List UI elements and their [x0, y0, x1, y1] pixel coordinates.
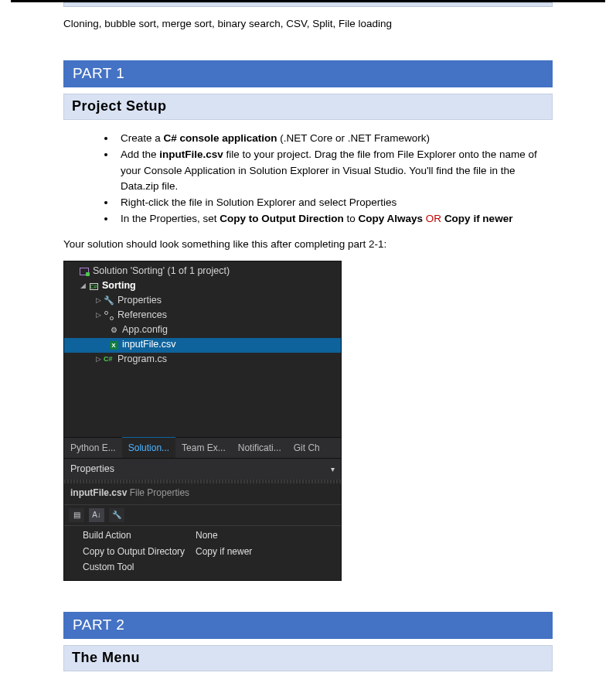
property-key: Custom Tool	[64, 560, 196, 575]
tab-team[interactable]: Team Ex...	[175, 438, 232, 459]
property-value[interactable]: None	[196, 528, 218, 543]
property-row[interactable]: Custom Tool	[64, 559, 341, 575]
instruction-item: Create a C# console application (.NET Co…	[116, 131, 553, 146]
text: Create a	[121, 132, 164, 144]
text-bold: C# console application	[164, 132, 277, 144]
properties-title: Properties	[70, 462, 114, 476]
property-value[interactable]: Copy if newer	[196, 545, 252, 559]
references-icon	[103, 310, 115, 321]
excel-icon: X	[107, 340, 120, 350]
project-setup-bar: Project Setup	[63, 94, 553, 120]
instruction-item: In the Properties, set Copy to Output Di…	[116, 211, 553, 227]
node-label: Program.cs	[117, 352, 167, 367]
csharp-project-icon: C#	[87, 281, 100, 292]
property-key: Copy to Output Directory	[64, 545, 196, 559]
node-label: App.config	[122, 323, 168, 337]
tab-solution[interactable]: Solution...	[122, 437, 175, 459]
chevron-down-icon[interactable]: ▾	[331, 463, 335, 476]
solution-label: Solution 'Sorting' (1 of 1 project)	[93, 264, 230, 278]
properties-node[interactable]: ▷ 🔧 Properties	[64, 294, 341, 309]
instruction-item: Add the inputFile.csv file to your proje…	[116, 147, 553, 194]
solution-tree: Solution 'Sorting' (1 of 1 project) ◢ C#…	[64, 261, 341, 437]
expand-icon[interactable]: ▷	[94, 354, 103, 365]
topics-covered-header: Topics Covered	[63, 2, 553, 7]
tab-python[interactable]: Python E...	[64, 438, 122, 459]
panel-tabs: Python E... Solution... Team Ex... Notif…	[64, 437, 341, 459]
solution-icon	[78, 266, 90, 277]
appconfig-node[interactable]: ⚙ App.config	[64, 323, 341, 338]
csharp-file-icon: C#	[103, 354, 115, 365]
text-bold: inputFile.csv	[159, 149, 223, 160]
node-label: References	[117, 308, 167, 323]
properties-subject-tail: File Properties	[127, 487, 189, 498]
property-grid: Build Action None Copy to Output Directo…	[64, 526, 341, 580]
wrench-icon: 🔧	[103, 295, 115, 306]
instruction-list: Create a C# console application (.NET Co…	[63, 131, 553, 227]
part-2-bar: PART 2	[63, 612, 553, 639]
text: to	[344, 213, 359, 224]
properties-subject: inputFile.csv File Properties	[64, 483, 341, 505]
solution-explorer-panel: Solution 'Sorting' (1 of 1 project) ◢ C#…	[63, 261, 342, 581]
categorize-icon[interactable]: ▤	[69, 508, 84, 522]
property-key: Build Action	[64, 528, 196, 543]
programcs-node[interactable]: ▷ C# Program.cs	[64, 353, 341, 367]
sort-az-icon[interactable]: A↓	[89, 508, 104, 522]
config-icon: ⚙	[107, 325, 120, 336]
wrench-icon[interactable]: 🔧	[109, 508, 124, 522]
collapse-icon[interactable]: ◢	[78, 281, 87, 292]
text: Add the	[121, 149, 159, 160]
properties-subject-name: inputFile.csv	[70, 487, 127, 498]
properties-title-row: Properties ▾	[64, 459, 341, 480]
note-text: Your solution should look something like…	[63, 238, 553, 250]
properties-toolbar: ▤ A↓ 🔧	[64, 505, 341, 526]
properties-pane: Properties ▾ inputFile.csv File Properti…	[64, 458, 341, 580]
the-menu-bar: The Menu	[63, 645, 553, 671]
property-row[interactable]: Copy to Output Directory Copy if newer	[64, 544, 341, 560]
expand-icon[interactable]: ▷	[94, 310, 103, 321]
references-node[interactable]: ▷ References	[64, 309, 341, 323]
text-bold: Copy if newer	[444, 213, 513, 224]
inputfile-node[interactable]: X inputFile.csv	[64, 338, 341, 353]
node-label: Properties	[117, 293, 162, 308]
tab-notifications[interactable]: Notificati...	[232, 438, 288, 459]
text-bold: Copy Always	[359, 213, 424, 224]
text: In the Properties, set	[121, 213, 220, 224]
solution-node[interactable]: Solution 'Sorting' (1 of 1 project)	[64, 265, 341, 279]
expand-icon[interactable]: ▷	[94, 295, 103, 306]
tab-git[interactable]: Git Ch	[288, 438, 326, 459]
instruction-item: Right-click the file in Solution Explore…	[116, 195, 553, 210]
node-label: inputFile.csv	[122, 337, 175, 352]
text-or: OR	[423, 213, 444, 224]
text-bold: Copy to Output Direction	[220, 213, 343, 224]
property-row[interactable]: Build Action None	[64, 528, 341, 544]
text: (.NET Core or .NET Framework)	[277, 132, 431, 144]
project-node[interactable]: ◢ C# Sorting	[64, 279, 341, 294]
topics-covered-list: Cloning, bubble sort, merge sort, binary…	[63, 18, 553, 29]
part-1-bar: PART 1	[63, 60, 553, 87]
project-label: Sorting	[102, 278, 136, 293]
